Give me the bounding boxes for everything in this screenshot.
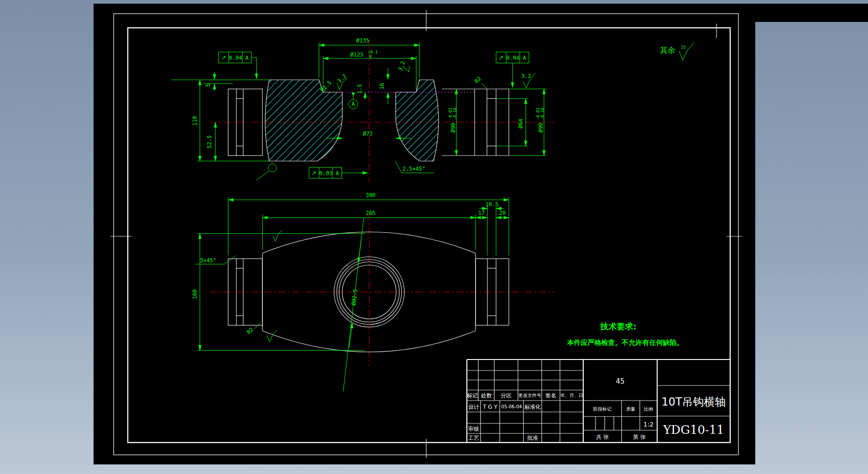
dim-ra32-journal: 3.2 [521,73,531,79]
dim-d90-right: Ø90 -0.03 -0.10 [536,108,545,133]
stage-label: 阶段标记 [593,406,612,411]
dim-r2: R2 [246,326,255,335]
tech-req-line1: 本件应严格检查。不允许有任何缺陷。 [567,339,684,347]
dim-d90-mid: Ø90 -0.03 -0.10 [448,108,457,133]
gdt-frame-runout-left: ↗ 0.04 A [219,52,256,79]
header-count: 处数 [481,392,492,399]
weight-label: 质量 [626,406,635,411]
drawing-frame [110,10,742,458]
header-date: 年、月、日 [560,393,583,398]
svg-text:A: A [335,170,339,177]
gdt-frame-runout-right: ↗ 0.04 A [496,52,529,88]
runout-icon: ↗ [221,54,226,61]
svg-text:A: A [245,55,249,61]
dim-len380: 380 [366,192,376,198]
dim-h52-5: 52.5 [206,135,213,149]
design-name: T G Y [482,404,497,410]
gdt-frame-runout-bottom: ↗ 0.03 A [309,167,368,178]
drawing-svg: 其余 25 [0,0,868,474]
part-title: 10T吊钩横轴 [661,396,726,408]
title-block: 标记 处数 分区 更改文件号 签名 年、月、日 设计 T G Y 05-06-0… [467,359,730,443]
dim-len10-5: 10.5 [486,201,499,208]
svg-text:A: A [523,55,526,61]
frame-centering-marks [110,10,742,458]
scale-label: 比例 [644,406,653,411]
sheet-total: 共 张 [596,434,609,440]
dim-d125-tol-lo: 0 [369,54,371,59]
dim-depth16: 16 [379,83,385,89]
svg-text:-0.10: -0.10 [540,108,545,120]
dim-d82-5: Ø82.5 [350,289,359,306]
dim-len17: 17 [478,210,485,216]
dim-r1-5: R1.5 [319,79,333,93]
svg-text:Ø90: Ø90 [450,123,456,133]
dim-len20: 20 [499,210,506,216]
standard-label: 标准化 [524,404,541,410]
technical-requirements: 技术要求: 本件应严格检查。不允许有任何缺陷。 [567,322,684,347]
dim-r2: R2 [473,75,482,84]
upper-section-view: ↗ 0.04 A ↗ 0.04 A ↗ 0.03 A [171,37,554,182]
cad-viewport: 其余 25 [0,0,868,474]
approve-label: 批准 [527,435,538,441]
design-label: 设计 [468,404,479,410]
material-value: 45 [616,377,624,385]
check-label: 审核 [468,426,479,432]
svg-text:-0.03: -0.03 [448,108,453,120]
dim-ra32-slope: 3.2 [397,60,407,72]
surface-note-value: 25 [681,45,686,50]
svg-text:A: A [351,101,355,107]
dim-chamfer-2-5: 2.5×45° [403,166,426,172]
drawing-number: YDG10-11 [663,423,724,437]
dim-h160: 160 [192,289,198,299]
header-zone: 分区 [501,392,512,399]
surface-roughness-note: 其余 25 [660,42,694,60]
svg-text:-0.03: -0.03 [536,108,540,120]
dim-d64: Ø64 [518,119,524,129]
header-signature: 签名 [545,392,556,399]
dim-h110: 110 [192,116,198,126]
svg-text:Ø90: Ø90 [538,123,544,133]
datum-a-balloon: A [349,93,358,109]
svg-text:-0.10: -0.10 [453,108,457,120]
hatched-section-left [265,80,342,161]
dim-ra32-floor: 3.2 [336,73,348,84]
dim-d125: Ø125 [350,52,364,58]
scale-value: 1:2 [643,421,654,428]
dim-h5: 5 [205,83,211,87]
dim-chamfer-3: 3×45° [200,257,216,264]
dim-depth1-5: 1.5 [356,84,363,94]
lower-view: 380 285 17 20 10.5 160 3×45° R2 Ø82.5 [192,192,554,391]
header-change-doc: 更改文件号 [518,393,541,398]
svg-text:0.03: 0.03 [319,170,333,177]
dim-d125-tol-hi: +0.1 [368,50,378,54]
sheet-no: 第 张 [633,434,646,440]
dim-len285: 285 [366,210,376,216]
runout-icon: ↗ [499,54,504,61]
runout-icon: ↗ [312,170,317,177]
design-date: 05-06-04 [501,404,522,409]
dim-d72: Ø72 [363,130,373,137]
process-label: 工艺 [468,435,479,441]
roughness-symbols [337,64,535,90]
header-mark: 标记 [467,392,478,399]
svg-text:0.04: 0.04 [507,55,520,61]
surface-note-label: 其余 [660,46,675,55]
dim-d135: Ø135 [356,37,370,44]
svg-text:0.04: 0.04 [229,55,242,61]
tech-req-title: 技术要求: [600,322,636,331]
